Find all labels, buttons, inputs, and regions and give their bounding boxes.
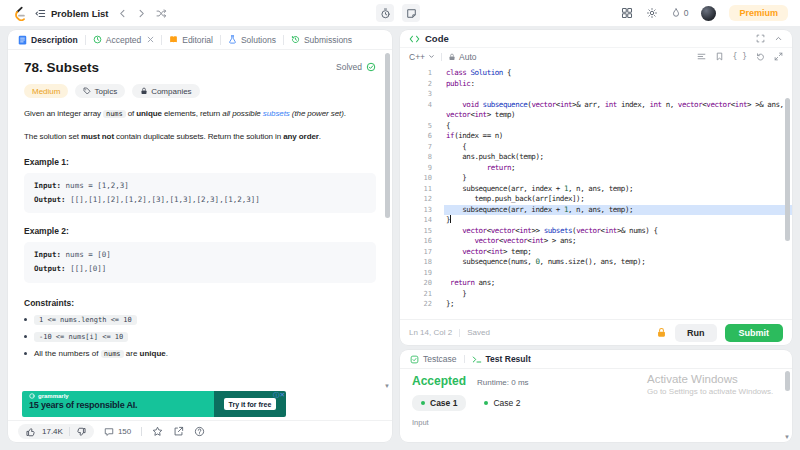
settings-gear-icon[interactable] xyxy=(646,7,658,19)
favorite-button[interactable] xyxy=(152,426,163,437)
code-line[interactable]: 21 } xyxy=(400,289,792,300)
code-line[interactable]: 20 return ans; xyxy=(400,278,792,289)
problem-footer: 17.4K 150 xyxy=(8,420,392,442)
left-panel-scrollbar[interactable] xyxy=(385,53,390,218)
format-code-icon[interactable] xyxy=(697,52,706,61)
thumbs-up-icon[interactable] xyxy=(26,427,36,437)
code-line[interactable]: 15 vector<vector<int>> subsets(vector<in… xyxy=(400,226,792,237)
code-line[interactable]: 7 { xyxy=(400,142,792,153)
companies-badge[interactable]: Companies xyxy=(132,84,199,98)
code-line[interactable]: 22}; xyxy=(400,299,792,310)
description-icon xyxy=(18,35,27,45)
help-button[interactable] xyxy=(194,426,205,437)
maximize-editor-icon[interactable] xyxy=(774,52,783,61)
code-line[interactable]: 2public: xyxy=(400,79,792,90)
run-button[interactable]: Run xyxy=(675,324,717,342)
flask-icon xyxy=(228,35,237,44)
question-icon xyxy=(194,426,205,437)
code-line[interactable]: 17 vector<int> temp; xyxy=(400,247,792,258)
avatar[interactable] xyxy=(701,6,716,21)
fullscreen-icon[interactable] xyxy=(756,34,765,43)
collapse-panel-icon[interactable] xyxy=(774,34,783,43)
code-line[interactable]: 18 subsequence(nums, 0, nums.size(), ans… xyxy=(400,257,792,268)
tab-solutions[interactable]: Solutions xyxy=(228,35,276,45)
notes-button[interactable] xyxy=(402,4,420,22)
like-count: 17.4K xyxy=(42,427,63,436)
example-2-label: Example 2: xyxy=(24,226,376,236)
next-question-icon[interactable] xyxy=(137,9,146,18)
code-line[interactable]: 4 void subsequence(vector<int>& arr, int… xyxy=(400,100,792,111)
premium-button[interactable]: Premium xyxy=(729,5,788,21)
layout-grid-icon[interactable] xyxy=(621,7,633,19)
debug-lock-icon[interactable] xyxy=(656,327,667,338)
description-paragraph-2: The solution set must not contain duplic… xyxy=(24,131,376,144)
problem-list-icon xyxy=(35,8,46,19)
problem-list-button[interactable]: Problem List xyxy=(35,8,109,19)
thumbs-down-icon[interactable] xyxy=(76,427,86,437)
case-1-tab[interactable]: Case 1 xyxy=(412,395,466,411)
code-lines: 1class Solution {2public:34 void subsequ… xyxy=(400,68,792,310)
comments-button[interactable]: 150 xyxy=(104,427,131,437)
code-line[interactable]: 5{ xyxy=(400,121,792,132)
topics-badge[interactable]: Topics xyxy=(75,84,125,98)
problem-description: Given an integer array nums of unique el… xyxy=(24,108,376,144)
leetcode-logo-icon[interactable] xyxy=(12,6,26,21)
auto-label: Auto xyxy=(459,52,477,62)
code-line[interactable]: 19 xyxy=(400,268,792,279)
tab-submissions[interactable]: Submissions xyxy=(291,35,352,45)
code-line[interactable]: 1class Solution { xyxy=(400,68,792,79)
code-line[interactable]: 6if(index == n) xyxy=(400,131,792,142)
streak-counter[interactable]: 0 xyxy=(671,7,689,19)
tab-test-result[interactable]: Test Result xyxy=(472,354,531,364)
ad-choices-icon[interactable]: ⓘ✕ xyxy=(273,391,285,400)
book-icon xyxy=(169,35,178,44)
result-scrollbar[interactable] xyxy=(785,371,790,391)
ad-cta-button[interactable]: Try it for free xyxy=(224,398,277,410)
case-2-tab[interactable]: Case 2 xyxy=(475,395,529,411)
code-line[interactable]: 11 subsequence(arr, index + 1, n, ans, t… xyxy=(400,184,792,195)
tab-accepted[interactable]: Accepted xyxy=(93,35,154,45)
problem-panel: Description Accepted xyxy=(8,30,392,442)
terminal-icon xyxy=(472,355,482,364)
code-line[interactable]: 16 vector<vector<int> > ans; xyxy=(400,236,792,247)
tab-description[interactable]: Description xyxy=(18,35,78,45)
saved-status: Saved xyxy=(467,328,490,337)
prev-question-icon[interactable] xyxy=(118,9,127,18)
scroll-down-icon[interactable]: ▼ xyxy=(384,383,390,389)
pass-dot xyxy=(421,401,425,405)
tab-testcase[interactable]: Testcase xyxy=(410,354,457,364)
editor-scrollbar[interactable] xyxy=(785,98,790,241)
topbar: Problem List xyxy=(0,0,800,26)
code-line[interactable]: 12 temp.push_back(arr[index]); xyxy=(400,194,792,205)
code-line[interactable]: 10 } xyxy=(400,173,792,184)
submit-button[interactable]: Submit xyxy=(725,324,784,342)
braces-icon[interactable]: { } xyxy=(733,52,747,61)
problem-list-label: Problem List xyxy=(51,8,109,19)
difficulty-badge[interactable]: Medium xyxy=(24,84,68,98)
constraints-title: Constraints: xyxy=(24,298,376,308)
auto-mode-toggle[interactable]: Auto xyxy=(448,52,477,62)
code-line[interactable]: 13 subsequence(arr, index + 1, n, ans, t… xyxy=(400,205,792,216)
shuffle-icon[interactable] xyxy=(156,8,167,19)
code-editor[interactable]: 1class Solution {2public:34 void subsequ… xyxy=(400,65,792,319)
subsets-link[interactable]: subsets xyxy=(263,109,290,118)
code-line[interactable]: 14} xyxy=(400,215,792,226)
code-line[interactable]: vector<int> temp) xyxy=(400,110,792,121)
lock-icon xyxy=(448,53,456,61)
code-line[interactable]: 3 xyxy=(400,89,792,100)
scroll-down-icon[interactable]: ▼ xyxy=(784,434,790,440)
reset-code-icon[interactable] xyxy=(756,52,765,61)
ad-banner[interactable]: grammarly 15 years of responsible AI. Tr… xyxy=(22,391,286,417)
comment-count: 150 xyxy=(118,427,131,436)
result-body: Accepted Runtime: 0 ms Case 1 Case 2 Inp… xyxy=(400,369,792,442)
timer-button[interactable] xyxy=(376,4,394,22)
cursor-position: Ln 14, Col 2 xyxy=(409,328,452,337)
bookmark-icon[interactable] xyxy=(715,52,724,61)
close-tab-icon[interactable] xyxy=(147,36,154,43)
share-button[interactable] xyxy=(173,426,184,437)
code-line[interactable]: 8 ans.push_back(temp); xyxy=(400,152,792,163)
problem-content: 78. Subsets Solved Medium Topics xyxy=(8,50,392,391)
code-line[interactable]: 9 return; xyxy=(400,163,792,174)
language-selector[interactable]: C++ xyxy=(409,52,435,62)
tab-editorial[interactable]: Editorial xyxy=(169,35,213,45)
